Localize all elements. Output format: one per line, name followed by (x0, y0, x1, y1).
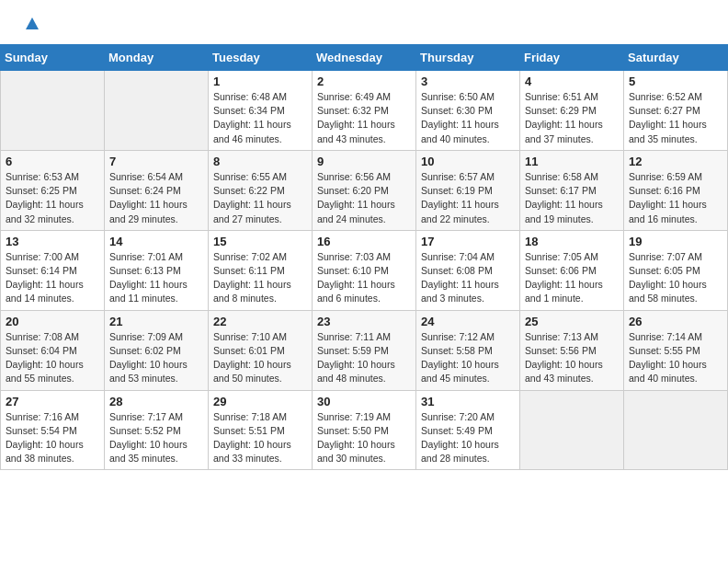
calendar-week-row: 13Sunrise: 7:00 AM Sunset: 6:14 PM Dayli… (1, 230, 728, 310)
col-header-wednesday: Wednesday (313, 45, 416, 71)
logo-icon (25, 17, 40, 31)
day-number: 5 (629, 75, 722, 88)
day-number: 26 (629, 315, 722, 328)
calendar-cell: 26Sunrise: 7:14 AM Sunset: 5:55 PM Dayli… (624, 310, 728, 390)
calendar-week-row: 27Sunrise: 7:16 AM Sunset: 5:54 PM Dayli… (1, 390, 728, 470)
day-info: Sunrise: 6:54 AM Sunset: 6:24 PM Dayligh… (109, 170, 203, 226)
day-info: Sunrise: 7:12 AM Sunset: 5:58 PM Dayligh… (421, 330, 515, 386)
day-number: 11 (525, 155, 619, 168)
logo (22, 17, 40, 35)
day-number: 2 (317, 75, 411, 88)
day-info: Sunrise: 7:08 AM Sunset: 6:04 PM Dayligh… (6, 330, 99, 386)
day-number: 22 (213, 315, 307, 328)
day-number: 8 (213, 155, 307, 168)
day-info: Sunrise: 7:19 AM Sunset: 5:50 PM Dayligh… (317, 410, 411, 466)
calendar-cell: 4Sunrise: 6:51 AM Sunset: 6:29 PM Daylig… (520, 71, 624, 151)
day-number: 4 (525, 75, 619, 88)
calendar-cell: 24Sunrise: 7:12 AM Sunset: 5:58 PM Dayli… (416, 310, 520, 390)
calendar-header-row: SundayMondayTuesdayWednesdayThursdayFrid… (1, 45, 728, 71)
col-header-monday: Monday (105, 45, 209, 71)
day-info: Sunrise: 7:07 AM Sunset: 6:05 PM Dayligh… (629, 250, 722, 306)
calendar-cell: 2Sunrise: 6:49 AM Sunset: 6:32 PM Daylig… (313, 71, 416, 151)
day-number: 23 (317, 315, 411, 328)
day-info: Sunrise: 6:52 AM Sunset: 6:27 PM Dayligh… (629, 90, 722, 146)
day-info: Sunrise: 7:04 AM Sunset: 6:08 PM Dayligh… (421, 250, 515, 306)
day-info: Sunrise: 7:13 AM Sunset: 5:56 PM Dayligh… (525, 330, 619, 386)
day-number: 27 (6, 395, 99, 408)
calendar-cell: 12Sunrise: 6:59 AM Sunset: 6:16 PM Dayli… (624, 150, 728, 230)
day-info: Sunrise: 6:57 AM Sunset: 6:19 PM Dayligh… (421, 170, 515, 226)
day-number: 21 (109, 315, 203, 328)
day-info: Sunrise: 6:59 AM Sunset: 6:16 PM Dayligh… (629, 170, 722, 226)
calendar-cell: 3Sunrise: 6:50 AM Sunset: 6:30 PM Daylig… (416, 71, 520, 151)
calendar-cell: 13Sunrise: 7:00 AM Sunset: 6:14 PM Dayli… (1, 230, 105, 310)
calendar-week-row: 1Sunrise: 6:48 AM Sunset: 6:34 PM Daylig… (1, 71, 728, 151)
day-info: Sunrise: 7:11 AM Sunset: 5:59 PM Dayligh… (317, 330, 411, 386)
calendar-cell: 27Sunrise: 7:16 AM Sunset: 5:54 PM Dayli… (1, 390, 105, 470)
day-number: 17 (421, 235, 515, 248)
day-number: 7 (109, 155, 203, 168)
day-info: Sunrise: 6:55 AM Sunset: 6:22 PM Dayligh… (213, 170, 307, 226)
calendar-cell: 21Sunrise: 7:09 AM Sunset: 6:02 PM Dayli… (105, 310, 209, 390)
calendar-cell: 19Sunrise: 7:07 AM Sunset: 6:05 PM Dayli… (624, 230, 728, 310)
day-info: Sunrise: 6:56 AM Sunset: 6:20 PM Dayligh… (317, 170, 411, 226)
day-number: 31 (421, 395, 515, 408)
day-info: Sunrise: 7:14 AM Sunset: 5:55 PM Dayligh… (629, 330, 722, 386)
day-info: Sunrise: 6:58 AM Sunset: 6:17 PM Dayligh… (525, 170, 619, 226)
day-number: 1 (213, 75, 307, 88)
col-header-thursday: Thursday (416, 45, 520, 71)
day-number: 16 (317, 235, 411, 248)
day-info: Sunrise: 7:03 AM Sunset: 6:10 PM Dayligh… (317, 250, 411, 306)
calendar-cell: 7Sunrise: 6:54 AM Sunset: 6:24 PM Daylig… (105, 150, 209, 230)
day-number: 10 (421, 155, 515, 168)
col-header-sunday: Sunday (1, 45, 105, 71)
day-number: 13 (6, 235, 99, 248)
col-header-tuesday: Tuesday (209, 45, 313, 71)
calendar-week-row: 20Sunrise: 7:08 AM Sunset: 6:04 PM Dayli… (1, 310, 728, 390)
svg-marker-0 (26, 17, 39, 29)
day-number: 29 (213, 395, 307, 408)
calendar-cell: 28Sunrise: 7:17 AM Sunset: 5:52 PM Dayli… (105, 390, 209, 470)
calendar-cell (105, 71, 209, 151)
day-info: Sunrise: 7:09 AM Sunset: 6:02 PM Dayligh… (109, 330, 203, 386)
col-header-saturday: Saturday (624, 45, 728, 71)
day-info: Sunrise: 6:48 AM Sunset: 6:34 PM Dayligh… (213, 90, 307, 146)
day-info: Sunrise: 7:16 AM Sunset: 5:54 PM Dayligh… (6, 410, 99, 466)
day-number: 14 (109, 235, 203, 248)
calendar-cell: 1Sunrise: 6:48 AM Sunset: 6:34 PM Daylig… (209, 71, 313, 151)
day-info: Sunrise: 7:18 AM Sunset: 5:51 PM Dayligh… (213, 410, 307, 466)
day-info: Sunrise: 6:49 AM Sunset: 6:32 PM Dayligh… (317, 90, 411, 146)
calendar-cell: 9Sunrise: 6:56 AM Sunset: 6:20 PM Daylig… (313, 150, 416, 230)
calendar-cell: 6Sunrise: 6:53 AM Sunset: 6:25 PM Daylig… (1, 150, 105, 230)
calendar-cell: 18Sunrise: 7:05 AM Sunset: 6:06 PM Dayli… (520, 230, 624, 310)
day-number: 24 (421, 315, 515, 328)
day-number: 19 (629, 235, 722, 248)
day-info: Sunrise: 7:00 AM Sunset: 6:14 PM Dayligh… (6, 250, 99, 306)
calendar-cell (624, 390, 728, 470)
col-header-friday: Friday (520, 45, 624, 71)
calendar-cell: 8Sunrise: 6:55 AM Sunset: 6:22 PM Daylig… (209, 150, 313, 230)
day-number: 15 (213, 235, 307, 248)
day-number: 25 (525, 315, 619, 328)
day-info: Sunrise: 7:01 AM Sunset: 6:13 PM Dayligh… (109, 250, 203, 306)
calendar-cell (520, 390, 624, 470)
day-number: 18 (525, 235, 619, 248)
calendar-cell: 31Sunrise: 7:20 AM Sunset: 5:49 PM Dayli… (416, 390, 520, 470)
calendar-cell: 20Sunrise: 7:08 AM Sunset: 6:04 PM Dayli… (1, 310, 105, 390)
calendar-cell: 25Sunrise: 7:13 AM Sunset: 5:56 PM Dayli… (520, 310, 624, 390)
calendar-cell: 10Sunrise: 6:57 AM Sunset: 6:19 PM Dayli… (416, 150, 520, 230)
calendar-cell: 15Sunrise: 7:02 AM Sunset: 6:11 PM Dayli… (209, 230, 313, 310)
calendar-cell: 29Sunrise: 7:18 AM Sunset: 5:51 PM Dayli… (209, 390, 313, 470)
day-number: 12 (629, 155, 722, 168)
day-info: Sunrise: 7:17 AM Sunset: 5:52 PM Dayligh… (109, 410, 203, 466)
calendar-cell: 14Sunrise: 7:01 AM Sunset: 6:13 PM Dayli… (105, 230, 209, 310)
day-info: Sunrise: 7:05 AM Sunset: 6:06 PM Dayligh… (525, 250, 619, 306)
calendar-table: SundayMondayTuesdayWednesdayThursdayFrid… (0, 44, 728, 470)
calendar-cell: 5Sunrise: 6:52 AM Sunset: 6:27 PM Daylig… (624, 71, 728, 151)
day-number: 6 (6, 155, 99, 168)
day-number: 3 (421, 75, 515, 88)
day-info: Sunrise: 7:10 AM Sunset: 6:01 PM Dayligh… (213, 330, 307, 386)
calendar-cell (1, 71, 105, 151)
day-number: 30 (317, 395, 411, 408)
calendar-cell: 17Sunrise: 7:04 AM Sunset: 6:08 PM Dayli… (416, 230, 520, 310)
